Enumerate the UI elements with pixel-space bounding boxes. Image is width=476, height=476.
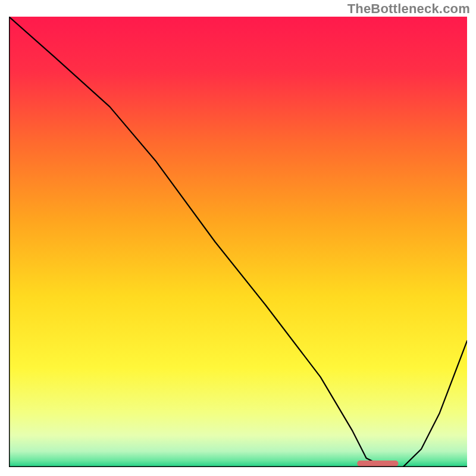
chart-svg (9, 17, 467, 467)
optimum-marker (357, 461, 398, 466)
plot-area (9, 17, 467, 467)
watermark-text: TheBottleneck.com (347, 1, 470, 17)
chart-container: TheBottleneck.com (0, 0, 476, 476)
gradient-background (9, 17, 467, 467)
